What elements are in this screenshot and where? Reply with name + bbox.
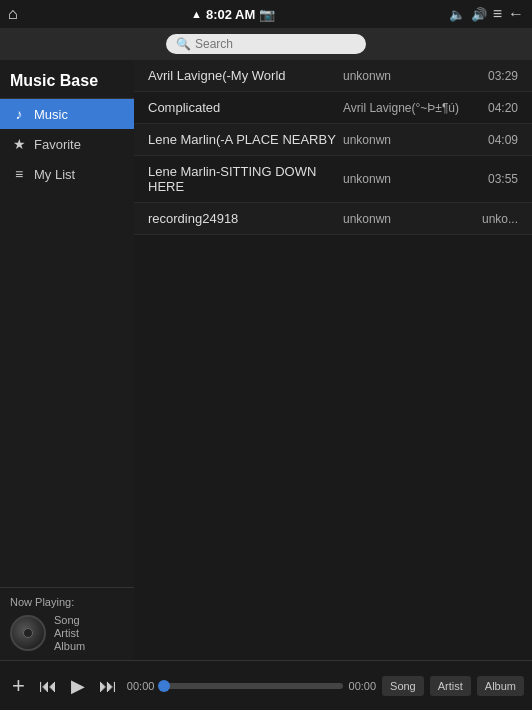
- prev-button[interactable]: ⏮: [35, 675, 61, 697]
- artist-view-button[interactable]: Artist: [430, 676, 471, 696]
- song-view-button[interactable]: Song: [382, 676, 424, 696]
- album-view-button[interactable]: Album: [477, 676, 524, 696]
- music-icon: ♪: [10, 106, 28, 122]
- album-art-inner: [23, 628, 33, 638]
- song-duration: unko...: [473, 212, 518, 226]
- sidebar-item-mylist[interactable]: ≡ My List: [0, 159, 134, 189]
- sidebar-item-music-label: Music: [34, 107, 68, 122]
- song-row[interactable]: Lene Marlin(-A PLACE NEARBY unkonwn 04:0…: [134, 124, 532, 156]
- progress-bar[interactable]: [160, 683, 342, 689]
- list-icon: ≡: [10, 166, 28, 182]
- song-duration: 03:55: [473, 172, 518, 186]
- song-title: Lene Marlin(-A PLACE NEARBY: [148, 132, 343, 147]
- song-artist: unkonwn: [343, 172, 473, 186]
- track-info: Song Artist Album: [54, 614, 85, 652]
- play-button[interactable]: ▶: [67, 675, 89, 697]
- search-bar: 🔍: [0, 28, 532, 60]
- volume-low-icon: 🔈: [449, 7, 465, 22]
- sidebar-item-favorite-label: Favorite: [34, 137, 81, 152]
- song-row[interactable]: Complicated Avril Lavigne(°~Þ±¶ú) 04:20: [134, 92, 532, 124]
- song-title: Complicated: [148, 100, 343, 115]
- song-row[interactable]: Avril Lavigne(-My World unkonwn 03:29: [134, 60, 532, 92]
- main-area: Music Base ♪ Music ★ Favorite ≡ My List …: [0, 60, 532, 660]
- song-artist: unkonwn: [343, 69, 473, 83]
- sidebar: Music Base ♪ Music ★ Favorite ≡ My List …: [0, 60, 134, 660]
- search-input-wrap[interactable]: 🔍: [166, 34, 366, 54]
- now-playing-label: Now Playing:: [10, 596, 124, 608]
- favorite-icon: ★: [10, 136, 28, 152]
- now-playing-album: Album: [54, 640, 85, 652]
- playback-bar: + ⏮ ▶ ⏭ 00:00 00:00 Song Artist Album: [0, 660, 532, 710]
- add-button[interactable]: +: [8, 673, 29, 699]
- signal-icon: ▲: [191, 8, 202, 20]
- menu-icon[interactable]: ≡: [493, 5, 502, 23]
- app-container: 🔍 Music Base ♪ Music ★ Favorite ≡ My Lis…: [0, 28, 532, 710]
- home-icon[interactable]: ⌂: [8, 5, 18, 23]
- album-art: [10, 615, 46, 651]
- song-title: Lene Marlin-SITTING DOWN HERE: [148, 164, 343, 194]
- sidebar-title: Music Base: [0, 60, 134, 99]
- song-artist: Avril Lavigne(°~Þ±¶ú): [343, 101, 473, 115]
- now-playing-info: Song Artist Album: [10, 614, 124, 652]
- time-display: 8:02 AM: [206, 7, 255, 22]
- song-title: recording24918: [148, 211, 343, 226]
- search-input[interactable]: [195, 37, 356, 51]
- song-duration: 04:09: [473, 133, 518, 147]
- sidebar-item-mylist-label: My List: [34, 167, 75, 182]
- song-artist: unkonwn: [343, 133, 473, 147]
- song-duration: 04:20: [473, 101, 518, 115]
- song-row[interactable]: recording24918 unkonwn unko...: [134, 203, 532, 235]
- back-icon[interactable]: ←: [508, 5, 524, 23]
- volume-high-icon: 🔊: [471, 7, 487, 22]
- next-button[interactable]: ⏭: [95, 675, 121, 697]
- now-playing-song: Song: [54, 614, 85, 626]
- search-icon: 🔍: [176, 37, 191, 51]
- now-playing-section: Now Playing: Song Artist Album: [0, 587, 134, 660]
- status-bar: ⌂ ▲ 8:02 AM 📷 🔈 🔊 ≡ ←: [0, 0, 532, 28]
- total-time: 00:00: [349, 680, 377, 692]
- camera-icon: 📷: [259, 7, 275, 22]
- sidebar-item-favorite[interactable]: ★ Favorite: [0, 129, 134, 159]
- song-list: Avril Lavigne(-My World unkonwn 03:29 Co…: [134, 60, 532, 660]
- progress-thumb: [158, 680, 170, 692]
- now-playing-artist: Artist: [54, 627, 85, 639]
- song-row[interactable]: Lene Marlin-SITTING DOWN HERE unkonwn 03…: [134, 156, 532, 203]
- song-duration: 03:29: [473, 69, 518, 83]
- current-time: 00:00: [127, 680, 155, 692]
- sidebar-item-music[interactable]: ♪ Music: [0, 99, 134, 129]
- song-title: Avril Lavigne(-My World: [148, 68, 343, 83]
- song-artist: unkonwn: [343, 212, 473, 226]
